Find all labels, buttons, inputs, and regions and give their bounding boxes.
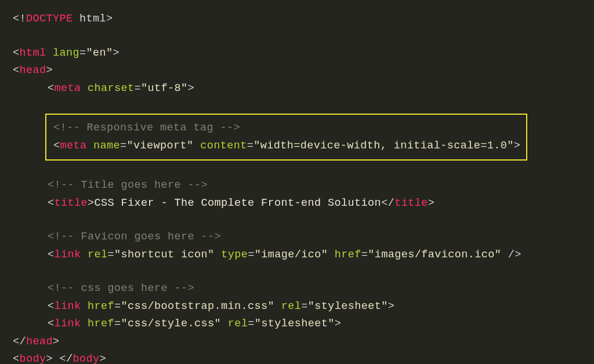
line-comment-css: <!-- css goes here --> (48, 280, 581, 298)
blank-line (13, 97, 581, 114)
line-link-favicon: <link rel="shortcut icon" type="image/ic… (48, 246, 581, 264)
blank-line (13, 28, 581, 45)
line-title: <title>CSS Fixer - The Complete Front-en… (48, 195, 581, 213)
blank-line (13, 264, 581, 280)
line-doctype: <!DOCTYPE html> (13, 10, 581, 28)
line-comment-favicon: <!-- Favicon goes here --> (48, 228, 581, 246)
line-body: <body> </body> (13, 351, 581, 364)
line-link-style: <link href="css/style.css" rel="styleshe… (48, 315, 581, 333)
line-link-bootstrap: <link href="css/bootstrap.min.css" rel="… (48, 298, 581, 316)
blank-line (13, 212, 581, 228)
highlighted-block: <!-- Responsive meta tag --> <meta name=… (45, 114, 527, 161)
line-comment-responsive: <!-- Responsive meta tag --> (53, 119, 520, 137)
blank-line (13, 161, 581, 177)
line-meta-charset: <meta charset="utf-8"> (48, 80, 581, 98)
line-head-open: <head> (13, 62, 581, 80)
code-editor: <!DOCTYPE html> <html lang="en"> <head> … (13, 10, 581, 364)
line-head-close: </head> (13, 333, 581, 351)
line-comment-title: <!-- Title goes here --> (48, 177, 581, 195)
line-meta-viewport: <meta name="viewport" content="width=dev… (53, 137, 520, 155)
line-html-open: <html lang="en"> (13, 45, 581, 63)
